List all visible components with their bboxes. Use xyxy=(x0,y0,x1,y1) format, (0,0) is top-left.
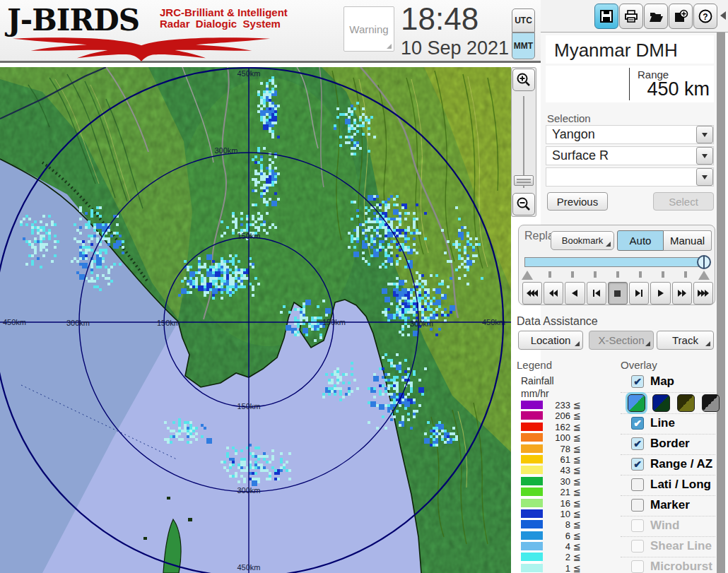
legend-lte-symbol: ≦ xyxy=(573,552,581,562)
rew2-button[interactable] xyxy=(544,282,563,305)
dropdown-arrow-button[interactable] xyxy=(696,126,713,143)
dropdown-arrow-button[interactable] xyxy=(696,168,713,186)
manual-button[interactable]: Manual xyxy=(664,230,712,251)
play-back-button[interactable] xyxy=(565,282,585,305)
mmt-button[interactable]: MMT xyxy=(512,33,535,59)
legend-lte-symbol: ≦ xyxy=(573,541,581,552)
slider-tick xyxy=(571,271,574,278)
range-ring-label: 300km xyxy=(214,146,237,155)
play-fwd-button[interactable] xyxy=(650,282,670,305)
range-ring-label: 450km xyxy=(237,563,260,572)
legend-value: 6 xyxy=(546,531,570,541)
selection-dropdown-2[interactable]: Surface R xyxy=(546,146,714,165)
eagle-icon xyxy=(10,35,273,62)
map-style-swatch-4[interactable] xyxy=(702,394,720,412)
help-button[interactable]: ? xyxy=(693,4,717,29)
checkbox[interactable]: ✔ xyxy=(631,375,644,388)
legend-row: 2≦ xyxy=(521,552,585,562)
legend-value: 100 xyxy=(546,432,570,443)
checkbox[interactable] xyxy=(631,560,644,573)
slider-start-marker[interactable] xyxy=(522,271,533,280)
save-button[interactable] xyxy=(594,4,618,29)
x-section-button[interactable]: X-Section xyxy=(589,331,654,350)
overlay-item-marker[interactable]: Marker xyxy=(621,496,715,516)
zoom-slider-track[interactable] xyxy=(523,96,524,188)
station-name: Myanmar DMH xyxy=(546,35,714,64)
replay-group: Replay Bookmark Auto Manual xyxy=(518,225,715,305)
range-ring-label: 150km xyxy=(237,232,260,240)
step-back-button[interactable] xyxy=(587,282,606,305)
legend-value: 4 xyxy=(546,541,570,552)
checkbox[interactable]: ✔ xyxy=(631,458,644,471)
dropdown-arrow-button[interactable] xyxy=(696,147,713,165)
overlay-item-microburst[interactable]: Microburst xyxy=(621,557,715,573)
overlay-item-lati-long[interactable]: Lati / Long xyxy=(621,475,715,496)
replay-slider-ticks xyxy=(524,270,705,280)
toolbar: ? xyxy=(541,0,728,33)
dropdown-value: Surface R xyxy=(552,148,609,163)
legend-value: 61 xyxy=(546,454,570,465)
map-style-swatch-2[interactable] xyxy=(652,394,670,412)
select-button[interactable]: Select xyxy=(653,192,714,211)
open-folder-button[interactable] xyxy=(644,4,668,29)
fwd2-button[interactable] xyxy=(672,282,692,305)
bookmark-button[interactable]: Bookmark xyxy=(551,231,614,250)
overlay-item-line[interactable]: ✔Line xyxy=(621,414,715,435)
overlay-item-wind[interactable]: Wind xyxy=(621,516,715,537)
checkbox[interactable]: ✔ xyxy=(631,437,644,450)
range-ring-label: 150km xyxy=(237,402,260,410)
map-style-swatch-1[interactable] xyxy=(628,394,645,412)
checkbox[interactable] xyxy=(631,499,644,512)
fwd3-button[interactable] xyxy=(693,282,713,305)
checkbox[interactable]: ✔ xyxy=(631,417,644,430)
selection-dropdown-1[interactable]: Yangon xyxy=(546,125,714,144)
image-plus-icon xyxy=(673,8,688,24)
selection-dropdown-3[interactable] xyxy=(546,167,714,187)
auto-button[interactable]: Auto xyxy=(617,230,664,251)
overlay-list: ✔Map✔Line✔Border✔Range / AZLati / LongMa… xyxy=(621,372,715,573)
zoom-out-button[interactable] xyxy=(512,193,535,215)
legend-lte-symbol: ≦ xyxy=(573,400,581,410)
zoom-slider-handle[interactable] xyxy=(514,175,534,186)
overlay-item-range-az[interactable]: ✔Range / AZ xyxy=(621,455,715,475)
overlay-item-shear-line[interactable]: Shear Line xyxy=(621,537,715,557)
warning-button[interactable]: Warning xyxy=(344,6,394,52)
overlay-item-label: Map xyxy=(650,374,674,389)
legend-value: 162 xyxy=(546,422,570,432)
stop-button[interactable] xyxy=(608,282,628,305)
zoom-in-button[interactable] xyxy=(512,69,535,91)
legend-row: 206≦ xyxy=(521,410,585,421)
map-style-swatch-3[interactable] xyxy=(677,394,695,412)
range-ring-label: 150km xyxy=(322,318,346,326)
previous-button[interactable]: Previous xyxy=(547,192,608,211)
checkbox[interactable] xyxy=(631,519,644,532)
help-icon: ? xyxy=(698,8,713,24)
overlay-item-label: Shear Line xyxy=(650,539,712,553)
export-image-button[interactable] xyxy=(669,4,693,29)
utc-button[interactable]: UTC xyxy=(512,8,535,33)
replay-slider-track[interactable] xyxy=(524,257,705,267)
legend-row: 61≦ xyxy=(521,454,585,465)
location-button[interactable]: Location xyxy=(518,331,583,350)
logo-title: J-BIRDS xyxy=(7,3,139,37)
radar-map[interactable]: 450km300km150km450km300km150km150km300km… xyxy=(0,67,511,573)
track-button[interactable]: Track xyxy=(657,331,714,350)
step-fwd-button[interactable] xyxy=(629,282,649,305)
collapse-arrow-icon[interactable] xyxy=(720,11,726,20)
checkbox[interactable] xyxy=(631,478,644,491)
clock-date: 10 Sep 2021 xyxy=(401,37,509,59)
legend-lte-symbol: ≦ xyxy=(573,454,581,465)
checkbox[interactable] xyxy=(631,540,644,553)
slider-end-marker[interactable] xyxy=(698,271,710,280)
overlay-item-border[interactable]: ✔Border xyxy=(621,435,715,455)
slider-tick xyxy=(684,271,687,278)
legend-lte-symbol: ≦ xyxy=(573,509,581,519)
replay-slider-handle[interactable] xyxy=(697,255,711,269)
rew3-button[interactable] xyxy=(522,282,542,305)
print-button[interactable] xyxy=(619,4,643,29)
overlay-label: Overlay xyxy=(621,359,657,371)
range-value: 450 km xyxy=(647,78,710,100)
overlay-item-map[interactable]: ✔Map xyxy=(621,372,715,393)
legend-swatch xyxy=(521,488,543,496)
legend-swatch xyxy=(521,423,543,431)
